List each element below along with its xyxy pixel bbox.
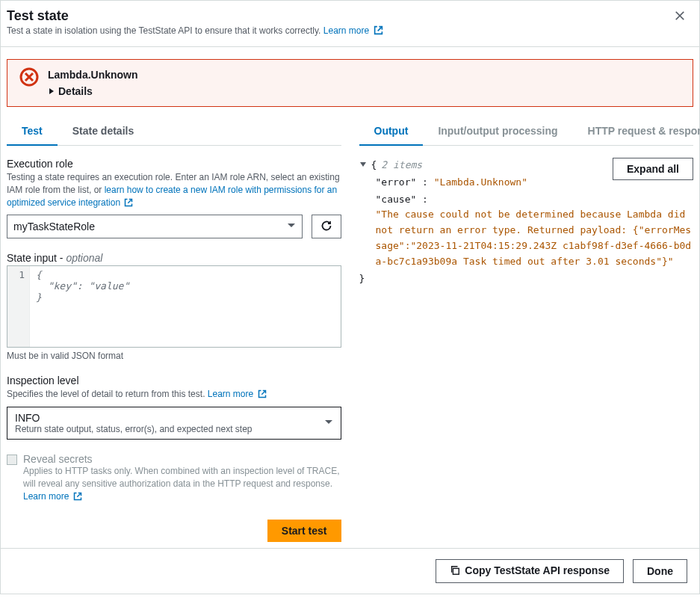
json-error-value: "Lambda.Unknown" [434,176,527,188]
inspection-sub: Return state output, status, error(s), a… [15,424,318,434]
external-link-icon [374,25,383,37]
json-cause-line: "cause" : "The cause could not be determ… [376,192,694,270]
right-tabs: Output Input/output processing HTTP requ… [359,119,694,146]
execution-role-field: Execution role Testing a state requires … [7,158,341,238]
copy-response-button[interactable]: Copy TestState API response [436,559,624,583]
caret-down-icon [359,158,367,173]
left-tabs: Test State details [7,119,341,146]
tab-http: HTTP request & response [573,119,700,146]
alert-details-toggle[interactable]: Details [48,85,93,97]
reveal-secrets-checkbox [7,455,17,465]
exec-role-label: Execution role [7,158,341,170]
done-button[interactable]: Done [633,559,687,583]
svg-rect-1 [453,568,459,574]
inspection-desc: Specifies the level of detail to return … [7,388,341,402]
inspection-level-select[interactable]: INFO Return state output, status, error(… [7,407,341,440]
caret-down-icon [324,417,333,429]
reveal-desc: Applies to HTTP tasks only. When combine… [23,465,341,504]
state-input-editor[interactable]: 1 { "key": "value" } [7,265,341,348]
tab-io-processing: Input/output processing [423,119,572,146]
alert-title: Lambda.Unknown [48,69,681,81]
refresh-button[interactable] [312,215,341,238]
external-link-icon [124,198,133,211]
exec-role-desc: Testing a state requires an execution ro… [7,171,341,210]
modal-subtitle: Test a state in isolation using the Test… [7,25,383,37]
code-body: { "key": "value" } [30,266,135,347]
exec-role-row: myTaskStateRole [7,215,341,238]
left-actions: Start test [7,520,341,542]
modal-title: Test state [7,8,383,24]
reveal-label: Reveal secrets [23,453,341,465]
copy-icon [450,565,460,578]
refresh-icon [320,220,332,234]
inspection-label: Inspection level [7,375,341,386]
inspection-learn-more-link[interactable]: Learn more [208,389,267,399]
error-icon [19,67,39,89]
inspection-value: INFO [15,412,318,424]
item-count: 2 items [381,158,422,173]
modal-body: Lambda.Unknown Details Test State detail… [1,47,699,548]
external-link-icon [73,492,82,505]
tab-output[interactable]: Output [359,119,424,146]
state-input-field: State input - optional 1 { "key": "value… [7,252,341,361]
start-test-button[interactable]: Start test [267,520,341,542]
state-input-hint: Must be in valid JSON format [7,351,341,361]
expand-all-button[interactable]: Expand all [613,158,693,180]
alert-body: Lambda.Unknown Details [48,69,681,97]
state-input-label: State input - optional [7,252,341,264]
test-state-modal: Test state Test a state in isolation usi… [0,0,700,594]
reveal-body: Reveal secrets Applies to HTTP tasks onl… [23,453,341,504]
json-root-toggle[interactable]: { 2 items [359,158,423,173]
left-panel: Test State details Execution role Testin… [7,119,341,542]
caret-down-icon [287,221,296,232]
inspection-level-field: Inspection level Specifies the level of … [7,375,341,440]
close-icon[interactable] [672,8,687,23]
columns: Test State details Execution role Testin… [7,119,693,542]
right-panel: Output Input/output processing HTTP requ… [359,119,694,542]
tab-state-details[interactable]: State details [58,119,149,146]
exec-role-value: myTaskStateRole [13,221,95,232]
modal-footer: Copy TestState API response Done [1,548,699,594]
brace-close: } [359,271,694,287]
modal-header-text: Test state Test a state in isolation usi… [7,8,383,37]
output-area: Expand all { 2 items "error" : "Lambda.U… [359,158,694,286]
brace-open: { [371,158,377,173]
execution-role-select[interactable]: myTaskStateRole [7,215,303,238]
tab-test[interactable]: Test [7,119,58,146]
reveal-secrets-field: Reveal secrets Applies to HTTP tasks onl… [7,453,341,504]
caret-right-icon [48,85,55,97]
error-alert: Lambda.Unknown Details [7,59,693,107]
external-link-icon [258,389,267,402]
modal-header: Test state Test a state in isolation usi… [1,1,699,47]
learn-more-link[interactable]: Learn more [323,25,383,36]
reveal-learn-more-link[interactable]: Learn more [23,491,82,502]
json-cause-value: "The cause could not be determined becau… [376,207,694,269]
gutter: 1 [7,266,30,347]
json-body: "error" : "Lambda.Unknown" "cause" : "Th… [359,175,694,270]
